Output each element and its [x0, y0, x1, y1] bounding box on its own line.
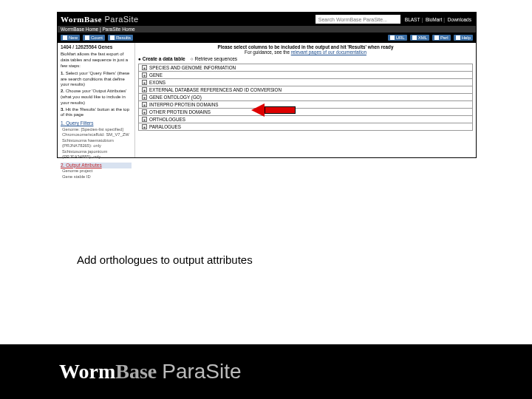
tab-sequences[interactable]: ○ Retrieve sequences	[191, 56, 237, 61]
top-links: BLAST| BioMart| Downloads	[403, 17, 473, 22]
results-button[interactable]: Results	[108, 35, 133, 41]
filter-shae: Schistosoma haematobium (PRJNA78265): on…	[62, 138, 132, 149]
expand-icon[interactable]: +	[142, 65, 147, 70]
expand-icon[interactable]: +	[142, 124, 147, 129]
cat-exons[interactable]: +EXONS	[138, 79, 473, 86]
help-icon	[456, 35, 460, 40]
search-input[interactable]	[316, 15, 400, 24]
count-label: Count	[91, 35, 103, 40]
count-icon	[85, 35, 89, 40]
arrow-head-icon	[251, 103, 265, 117]
cat-paralogues[interactable]: +PARALOGUES	[138, 123, 473, 131]
new-button[interactable]: New	[61, 35, 80, 41]
instruction-bold: Please select columns to be included in …	[135, 44, 476, 50]
cat-external-db[interactable]: +EXTERNAL DATABASE REFERENCES AND ID CON…	[138, 86, 473, 94]
footer-para: ParaSite	[162, 360, 241, 383]
instruction: Please select columns to be included in …	[135, 43, 476, 55]
top-bar: WormBase ParaSite BLAST| BioMart| Downlo…	[58, 13, 476, 26]
new-label: New	[69, 35, 78, 40]
xml-button[interactable]: XML	[410, 35, 429, 41]
url-icon	[390, 35, 395, 40]
cat-gene[interactable]: +GENE	[138, 72, 473, 79]
attr-genome-project: Genome project	[62, 168, 132, 174]
instruction-sub: For guidance, see the relevant pages of …	[135, 50, 476, 55]
filter-sjap: Schistosoma japonicum (PRJEA34885): only	[62, 149, 132, 160]
expand-icon[interactable]: +	[142, 95, 147, 100]
expand-icon[interactable]: +	[142, 87, 147, 92]
arrow-body	[265, 106, 296, 114]
new-icon	[63, 35, 67, 40]
results-label: Results	[116, 35, 131, 40]
cat-orthologues[interactable]: +ORTHOLOGUES	[138, 116, 473, 123]
slide-caption: Add orthologues to output attributes	[77, 253, 253, 266]
step-2: 2. Choose your 'Output Attributes' (what…	[61, 89, 132, 106]
right-buttons: URL XML Perl Help	[388, 35, 473, 41]
cat-interpro[interactable]: +INTERPRO PROTEIN DOMAINS	[138, 101, 473, 109]
workspace: 1404 / 12625564 Genes BioMart allows the…	[58, 43, 476, 157]
steps-list: 1. Select your 'Query Filters' (these ar…	[61, 71, 132, 118]
url-button[interactable]: URL	[388, 35, 407, 41]
xml-icon	[412, 35, 417, 40]
tab-row: ● Create a data table ○ Retrieve sequenc…	[135, 55, 476, 62]
biomart-window: WormBase ParaSite BLAST| BioMart| Downlo…	[57, 12, 477, 158]
expand-icon[interactable]: +	[142, 80, 147, 85]
link-blast[interactable]: BLAST	[403, 17, 422, 22]
filter-chrom: Chromosome/scaffold: SM_V7_ZW	[62, 132, 132, 138]
link-downloads[interactable]: Downloads	[446, 17, 473, 22]
expand-icon[interactable]: +	[142, 72, 147, 78]
tab-data-table[interactable]: ● Create a data table	[138, 56, 185, 61]
link-biomart[interactable]: BioMart	[424, 17, 443, 22]
help-label: Help	[462, 35, 471, 40]
expand-icon[interactable]: +	[142, 117, 147, 122]
cat-go[interactable]: +GENE ONTOLOGY (GO)	[138, 94, 473, 101]
brand-logo: WormBase ParaSite	[61, 15, 139, 24]
doc-link[interactable]: relevant pages of our documentation	[291, 50, 366, 55]
expand-icon[interactable]: +	[142, 109, 147, 115]
footer-base: Base	[115, 360, 162, 383]
breadcrumb: WormBase Home | ParaSite Home	[58, 26, 476, 33]
count-button[interactable]: Count	[83, 35, 105, 41]
step-1: 1. Select your 'Query Filters' (these ar…	[61, 71, 132, 88]
brand-para: ParaSite	[102, 15, 139, 24]
category-list: +SPECIES AND GENOME INFORMATION +GENE +E…	[138, 64, 473, 131]
top-right: BLAST| BioMart| Downloads	[316, 15, 473, 24]
footer-bar: WormBase ParaSite	[0, 344, 532, 399]
xml-label: XML	[418, 35, 427, 40]
intro-text: BioMart allows the fast export of data t…	[61, 52, 132, 69]
perl-icon	[434, 35, 439, 40]
results-icon	[110, 35, 115, 40]
url-label: URL	[396, 35, 405, 40]
sidebar: 1404 / 12625564 Genes BioMart allows the…	[58, 43, 135, 157]
footer-brand: WormBase ParaSite	[59, 360, 242, 383]
perl-label: Perl	[440, 35, 449, 40]
cat-species[interactable]: +SPECIES AND GENOME INFORMATION	[138, 64, 473, 72]
footer-worm: Worm	[59, 360, 115, 383]
perl-button[interactable]: Perl	[432, 35, 451, 41]
dataset-count: 1404 / 12625564 Genes	[61, 44, 132, 50]
expand-icon[interactable]: +	[142, 102, 147, 107]
left-buttons: New Count Results	[61, 35, 133, 41]
button-bar: New Count Results URL XML Perl Help	[58, 33, 476, 43]
brand-worm: WormBase	[61, 15, 102, 24]
filter-genome: Genome: [Species-list specified]	[62, 127, 132, 133]
attr-gene-id: Gene stable ID	[62, 174, 132, 180]
step-3: 3. Hit the 'Results' button at the top o…	[61, 107, 132, 119]
cat-other-protein[interactable]: +OTHER PROTEIN DOMAINS	[138, 109, 473, 116]
output-attributes-link[interactable]: 2. Output Attributes	[61, 163, 132, 168]
callout-arrow	[251, 103, 296, 117]
main-panel: Please select columns to be included in …	[135, 43, 476, 157]
help-button[interactable]: Help	[454, 35, 473, 41]
query-filters-link[interactable]: 1. Query Filters	[61, 120, 132, 126]
